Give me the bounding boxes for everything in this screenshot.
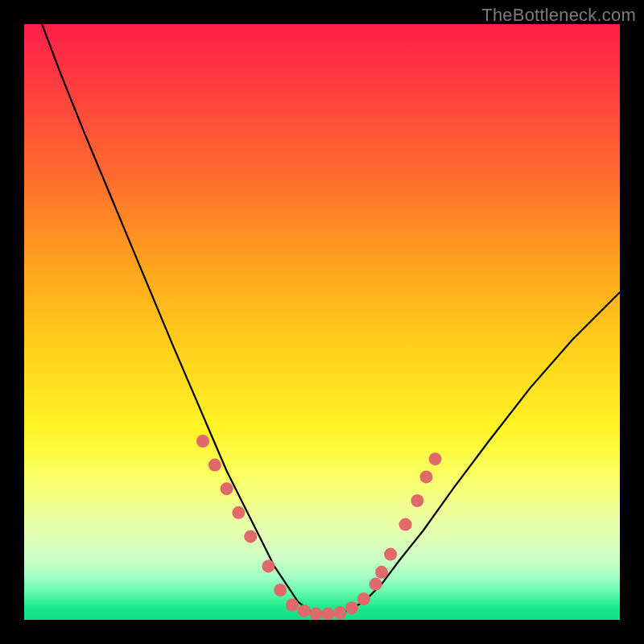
marker-dot [369, 578, 382, 591]
marker-dot [345, 601, 358, 614]
marker-dot [208, 459, 221, 472]
marker-dot [221, 482, 233, 495]
bottleneck-curve [42, 24, 620, 614]
marker-dot [286, 599, 299, 612]
marker-dot [262, 559, 275, 572]
marker-dot [384, 548, 397, 561]
marker-dot [310, 608, 323, 620]
marker-dot [244, 530, 257, 543]
marker-dot [375, 566, 388, 579]
marker-dot [196, 435, 209, 448]
plot-area [24, 24, 620, 620]
marker-dot [357, 592, 370, 605]
marker-dot [298, 605, 311, 617]
marker-dot [321, 608, 334, 620]
watermark-text: TheBottleneck.com [481, 5, 636, 26]
marker-dot [232, 506, 245, 519]
marker-dot [420, 470, 433, 483]
highlight-dots [196, 435, 442, 620]
marker-dot [399, 518, 412, 531]
curve-layer [24, 24, 620, 620]
marker-dot [429, 452, 442, 465]
chart-frame: TheBottleneck.com [0, 0, 644, 644]
marker-dot [274, 584, 287, 597]
marker-dot [333, 606, 346, 619]
marker-dot [411, 494, 423, 507]
